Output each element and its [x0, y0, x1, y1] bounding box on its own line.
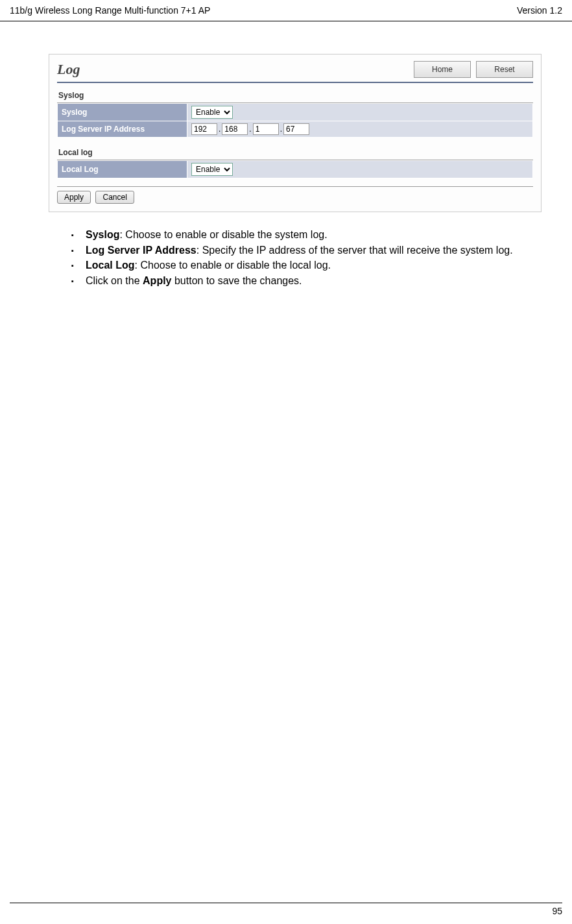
page-number: 95 [552, 906, 562, 916]
bullet-bold: Syslog [86, 229, 119, 240]
list-item: Click on the Apply button to save the ch… [71, 274, 533, 288]
page-footer: 95 [10, 903, 562, 916]
ip-dot: . [249, 125, 251, 134]
local-log-label: Local Log [58, 161, 187, 178]
syslog-section-title: Syslog [57, 88, 533, 103]
local-log-table: Local Log Enable [57, 160, 533, 178]
header-left: 11b/g Wireless Long Range Multi-function… [10, 5, 210, 16]
bullet-text: : Specify the IP address of the server t… [197, 245, 513, 256]
ip-octet-1[interactable] [191, 123, 217, 135]
home-button[interactable]: Home [414, 61, 471, 78]
bullet-bold: Apply [143, 275, 171, 286]
cancel-button[interactable]: Cancel [95, 191, 134, 204]
content-area: Log Home Reset Syslog Syslog Enable Log … [0, 21, 572, 287]
syslog-label: Syslog [58, 104, 187, 121]
reset-button[interactable]: Reset [476, 61, 533, 78]
syslog-input-cell: Enable [187, 104, 533, 121]
bullet-bold: Log Server IP Address [86, 245, 197, 256]
ip-dot: . [280, 125, 282, 134]
ip-octet-4[interactable] [283, 123, 309, 135]
local-log-select[interactable]: Enable [191, 163, 233, 176]
syslog-select[interactable]: Enable [191, 106, 233, 119]
log-config-panel: Log Home Reset Syslog Syslog Enable Log … [49, 54, 542, 212]
header-right: Version 1.2 [517, 5, 562, 16]
bullet-text: button to save the changes. [172, 275, 302, 286]
table-row: Log Server IP Address ... [58, 121, 533, 138]
header-buttons: Home Reset [414, 61, 533, 78]
log-header-row: Log Home Reset [57, 61, 533, 83]
ip-octet-3[interactable] [253, 123, 279, 135]
syslog-table: Syslog Enable Log Server IP Address ... [57, 103, 533, 138]
ip-dot: . [219, 125, 220, 134]
local-log-section-title: Local log [57, 145, 533, 160]
panel-title: Log [57, 61, 80, 78]
local-log-input-cell: Enable [187, 161, 533, 178]
list-item: Syslog: Choose to enable or disable the … [71, 228, 533, 242]
bullet-text: : Choose to enable or disable the system… [119, 229, 327, 240]
table-row: Local Log Enable [58, 161, 533, 178]
description-bullets: Syslog: Choose to enable or disable the … [71, 228, 533, 287]
ip-octet-2[interactable] [222, 123, 248, 135]
bullet-text: : Choose to enable or disable the local … [135, 260, 331, 271]
list-item: Log Server IP Address: Specify the IP ad… [71, 243, 533, 258]
apply-button[interactable]: Apply [57, 191, 91, 204]
ip-input-cell: ... [187, 121, 533, 138]
list-item: Local Log: Choose to enable or disable t… [71, 258, 533, 273]
action-buttons-row: Apply Cancel [57, 186, 533, 204]
ip-label: Log Server IP Address [58, 121, 187, 138]
page-header: 11b/g Wireless Long Range Multi-function… [0, 0, 572, 21]
table-row: Syslog Enable [58, 104, 533, 121]
bullet-bold: Local Log [86, 260, 135, 271]
bullet-text: Click on the [86, 275, 143, 286]
